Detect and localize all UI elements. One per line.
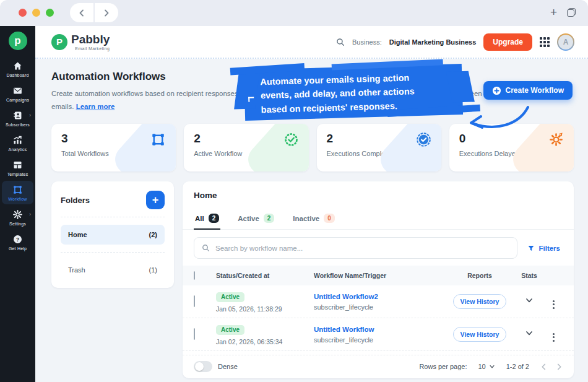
- row-checkbox[interactable]: [194, 328, 195, 340]
- help-icon: ?: [12, 234, 23, 245]
- chevron-down-icon[interactable]: [525, 296, 534, 305]
- create-workflow-button[interactable]: Create Workflow: [483, 81, 573, 100]
- status-tabs: All 2 Active 2 Inactive 0: [183, 208, 574, 230]
- tab-count-badge: 0: [324, 214, 335, 223]
- tab-overview-icon[interactable]: [567, 8, 576, 17]
- view-history-button[interactable]: View History: [453, 327, 507, 342]
- upgrade-button[interactable]: Upgrade: [483, 33, 532, 51]
- tab-count-badge: 2: [264, 214, 275, 223]
- pabbly-logo-icon: P: [51, 34, 67, 50]
- tab-inactive[interactable]: Inactive 0: [292, 208, 335, 229]
- workflow-icon: [150, 132, 166, 147]
- sidebar-item-analytics[interactable]: Analytics: [2, 131, 33, 155]
- workflows-panel: Home All 2 Active 2 Inactive: [183, 181, 574, 378]
- tab-all[interactable]: All 2: [194, 208, 220, 229]
- chevron-down-icon[interactable]: [525, 329, 534, 337]
- created-at: Jan 02, 2026, 06:35:34: [216, 338, 314, 345]
- brand-name: Pabbly: [71, 33, 110, 45]
- chevron-down-icon: [489, 363, 495, 370]
- forward-icon[interactable]: [93, 3, 118, 22]
- business-selector[interactable]: Digital Marketing Business: [389, 38, 477, 46]
- folder-item-trash[interactable]: Trash (1): [61, 260, 165, 280]
- app-header: P Pabbly Email Marketing Business: Digit…: [35, 26, 588, 59]
- sidebar-item-workflow[interactable]: Workflow: [2, 181, 33, 204]
- dense-label: Dense: [218, 363, 238, 370]
- sidebar-item-settings[interactable]: Settings ›: [2, 206, 33, 229]
- sidebar-item-dashboard[interactable]: Dashboard: [2, 57, 33, 80]
- brand-subtitle: Email Marketing: [71, 46, 110, 51]
- workflow-search[interactable]: [194, 237, 517, 259]
- table-footer: Dense Rows per page: 10 1-2 of 2: [183, 355, 574, 378]
- search-icon: [202, 244, 210, 252]
- row-menu-icon[interactable]: [549, 299, 558, 310]
- brush-tick-mark: [248, 97, 254, 102]
- layout-icon: [12, 160, 23, 170]
- chevron-right-icon: ›: [29, 211, 31, 217]
- dense-toggle[interactable]: [194, 361, 212, 372]
- tab-active[interactable]: Active 2: [236, 208, 275, 229]
- workflow-trigger: subscriber_lifecycle: [314, 336, 445, 344]
- brand[interactable]: P Pabbly Email Marketing: [51, 33, 110, 51]
- pabbly-logo-icon[interactable]: p: [9, 32, 27, 50]
- column-header: Status/Created at: [216, 272, 314, 279]
- main-area: P Pabbly Email Marketing Business: Digit…: [35, 26, 588, 382]
- stat-card-active-workflow: 2 Active Workflow: [184, 124, 308, 171]
- folder-item-home[interactable]: Home (2): [61, 225, 165, 245]
- svg-text:?: ?: [16, 237, 19, 243]
- stat-card-executions-completed: 2 Executions Completed: [317, 124, 441, 171]
- folder-count: (1): [149, 266, 157, 274]
- sidebar-item-subscribers[interactable]: Subscribers ›: [2, 106, 33, 130]
- filters-button[interactable]: Filters: [527, 245, 563, 252]
- row-checkbox[interactable]: [194, 295, 195, 307]
- avatar[interactable]: A: [557, 33, 574, 51]
- status-badge: Active: [216, 292, 244, 302]
- onboarding-callout: Automate your emails using action events…: [244, 64, 463, 121]
- column-header: Workflow Name/Trigger: [314, 272, 445, 279]
- sidebar-item-templates[interactable]: Templates: [2, 156, 33, 180]
- browser-nav: [70, 3, 118, 22]
- gear-timer-icon: [548, 132, 564, 147]
- sidebar-item-get-help[interactable]: ? Get Help: [2, 230, 33, 254]
- new-tab-icon[interactable]: +: [550, 6, 557, 18]
- select-all-checkbox[interactable]: [194, 271, 195, 280]
- content-columns: Folders + Home (2) Trash (1): [51, 181, 574, 378]
- rows-per-page-select[interactable]: 10: [478, 363, 495, 370]
- learn-more-link[interactable]: Learn more: [76, 103, 115, 110]
- search-row: Filters: [183, 230, 574, 266]
- funnel-icon: [527, 245, 535, 252]
- column-header: Stats: [514, 272, 544, 279]
- row-menu-icon[interactable]: [549, 332, 558, 343]
- page-title: Automation Workflows: [51, 71, 166, 83]
- sidebar-item-campaigns[interactable]: Campaigns: [2, 82, 33, 105]
- folders-panel: Folders + Home (2) Trash (1): [51, 181, 174, 288]
- apps-grid-icon[interactable]: [540, 37, 550, 47]
- badge-check-icon: [283, 132, 299, 147]
- business-label: Business:: [352, 38, 382, 46]
- previous-page-icon[interactable]: [540, 363, 547, 370]
- next-page-icon[interactable]: [556, 363, 563, 370]
- created-at: Jan 05, 2026, 11:38:29: [216, 305, 314, 313]
- back-icon[interactable]: [70, 3, 93, 22]
- workflow-trigger: subscriber_lifecycle: [314, 303, 445, 311]
- browser-tab-controls: +: [550, 6, 576, 18]
- header-actions: Business: Digital Marketing Business Upg…: [336, 33, 574, 51]
- workflow-icon: [12, 184, 23, 195]
- workflow-name-link[interactable]: Untitled Workflow2: [314, 293, 445, 300]
- stat-card-total-workflows: 3 Total Workflows: [51, 124, 176, 171]
- close-window-icon[interactable]: [19, 9, 27, 17]
- minimize-window-icon[interactable]: [32, 9, 40, 17]
- view-history-button[interactable]: View History: [453, 294, 507, 309]
- status-badge: Active: [216, 325, 244, 335]
- screenshot-root: + p Dashboard Campaigns Subscribers ›: [0, 0, 588, 382]
- column-header: Reports: [445, 272, 514, 279]
- gear-icon: [12, 209, 23, 220]
- home-icon: [12, 61, 23, 71]
- zoom-window-icon[interactable]: [46, 9, 54, 17]
- add-folder-button[interactable]: +: [146, 191, 165, 209]
- window-controls: [19, 9, 54, 17]
- chevron-right-icon: ›: [29, 112, 31, 118]
- browser-chrome: +: [0, 0, 588, 26]
- workflow-name-link[interactable]: Untitled Workflow: [314, 326, 445, 333]
- search-input[interactable]: [215, 245, 509, 252]
- sidebar: p Dashboard Campaigns Subscribers › Anal…: [0, 26, 35, 382]
